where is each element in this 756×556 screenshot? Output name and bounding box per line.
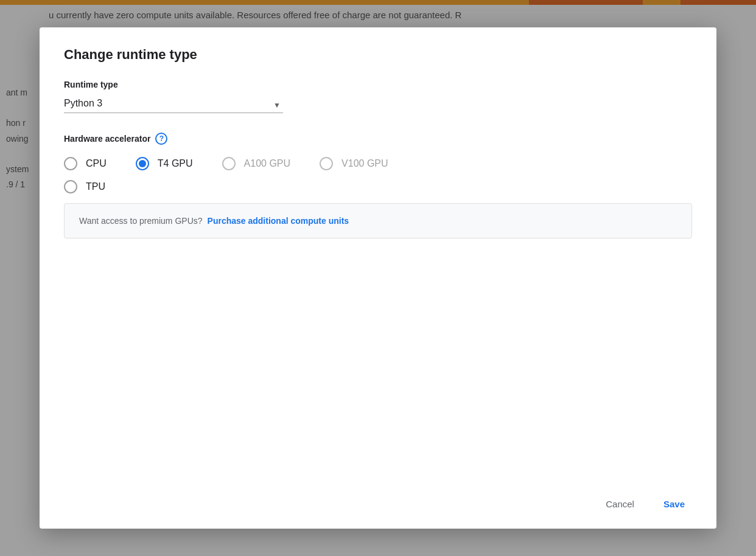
hardware-help-icon[interactable]: ? (155, 133, 167, 145)
radio-label-a100gpu: A100 GPU (244, 158, 290, 169)
radio-circle-cpu (64, 157, 77, 170)
radio-option-t4gpu[interactable]: T4 GPU (136, 157, 193, 170)
purchase-compute-units-link[interactable]: Purchase additional compute units (208, 216, 349, 226)
radio-label-t4gpu: T4 GPU (158, 158, 193, 169)
save-button[interactable]: Save (656, 494, 692, 514)
hardware-accelerator-label: Hardware accelerator (64, 134, 150, 144)
runtime-type-select[interactable]: Python 3 Python 2 R (64, 98, 283, 108)
runtime-type-section: Runtime type Python 3 Python 2 R ▼ (64, 80, 692, 113)
premium-text: Want access to premium GPUs? (79, 216, 203, 226)
radio-circle-a100gpu (222, 157, 236, 170)
radio-option-cpu[interactable]: CPU (64, 157, 107, 170)
radio-label-v100gpu: V100 GPU (341, 158, 388, 169)
hardware-options-row1: CPU T4 GPU A100 GPU V100 GPU (64, 157, 692, 170)
runtime-type-select-wrapper: Python 3 Python 2 R ▼ (64, 98, 283, 113)
radio-circle-tpu (64, 180, 77, 193)
hardware-accelerator-section: Hardware accelerator ? CPU T4 GPU A100 G… (64, 133, 692, 193)
runtime-type-label: Runtime type (64, 80, 692, 89)
dialog-title: Change runtime type (64, 47, 692, 63)
radio-circle-v100gpu (320, 157, 333, 170)
hardware-header: Hardware accelerator ? (64, 133, 692, 145)
change-runtime-dialog: Change runtime type Runtime type Python … (40, 27, 716, 529)
radio-circle-t4gpu (136, 157, 149, 170)
radio-label-cpu: CPU (86, 158, 107, 169)
radio-option-a100gpu[interactable]: A100 GPU (222, 157, 290, 170)
hardware-options-row2: TPU (64, 180, 692, 193)
premium-gpu-box: Want access to premium GPUs? Purchase ad… (64, 203, 692, 238)
radio-option-tpu[interactable]: TPU (64, 180, 105, 193)
radio-label-tpu: TPU (86, 181, 105, 192)
cancel-button[interactable]: Cancel (598, 494, 642, 514)
dialog-footer: Cancel Save (598, 494, 692, 514)
radio-option-v100gpu[interactable]: V100 GPU (320, 157, 388, 170)
